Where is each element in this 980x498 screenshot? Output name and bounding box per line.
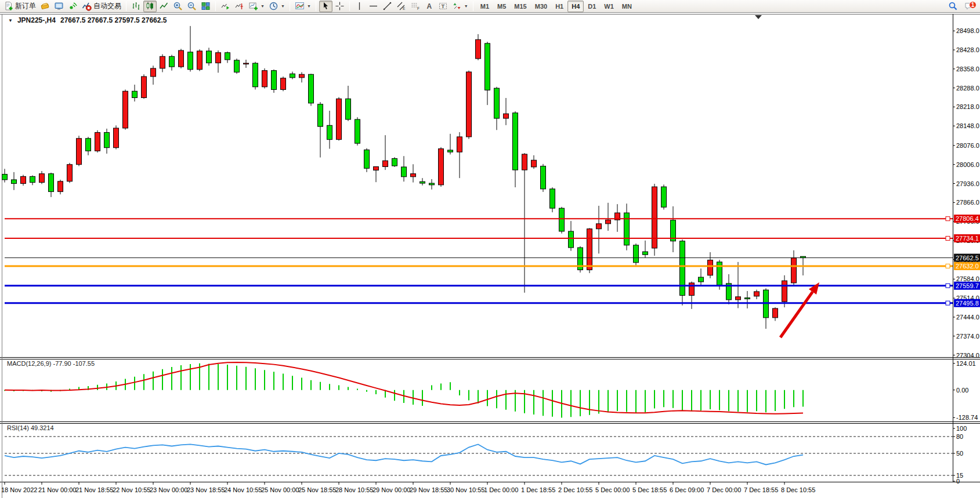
- chart-shift-button[interactable]: [233, 1, 246, 12]
- search-button[interactable]: [946, 1, 960, 12]
- candle-body[interactable]: [364, 150, 370, 168]
- candle-body[interactable]: [272, 71, 277, 90]
- equidistant-channel-tool-button[interactable]: E: [395, 1, 408, 12]
- candle-body[interactable]: [531, 160, 537, 167]
- candle-body[interactable]: [67, 165, 73, 181]
- candle-body[interactable]: [559, 208, 565, 231]
- candle-body[interactable]: [643, 252, 648, 255]
- tile-windows-button[interactable]: [199, 1, 212, 12]
- candle-body[interactable]: [680, 241, 685, 296]
- period-button[interactable]: ▼: [267, 1, 287, 12]
- candle-body[interactable]: [114, 128, 119, 148]
- candle-body[interactable]: [429, 183, 435, 185]
- candle-body[interactable]: [58, 181, 63, 192]
- candle-body[interactable]: [309, 74, 314, 103]
- candle-body[interactable]: [522, 154, 527, 170]
- candle-body[interactable]: [327, 125, 332, 139]
- timeframe-button-m15[interactable]: M15: [510, 1, 530, 12]
- candle-body[interactable]: [485, 43, 490, 90]
- cursor-tool-button[interactable]: [319, 1, 332, 12]
- candle-body[interactable]: [123, 91, 128, 128]
- market-watch-button[interactable]: [38, 1, 52, 12]
- timeframe-button-mn[interactable]: MN: [618, 1, 636, 12]
- candle-body[interactable]: [652, 187, 657, 248]
- line-anchor-marker[interactable]: [946, 217, 950, 221]
- line-anchor-marker[interactable]: [946, 264, 950, 268]
- candle-body[interactable]: [290, 74, 295, 78]
- chat-button[interactable]: 1: [962, 1, 976, 12]
- candle-body[interactable]: [569, 231, 574, 248]
- new-order-button[interactable]: 新订单: [2, 1, 38, 12]
- candle-body[interactable]: [160, 56, 165, 68]
- candle-body[interactable]: [736, 297, 741, 300]
- candle-body[interactable]: [476, 39, 481, 59]
- candle-body[interactable]: [207, 51, 212, 63]
- candle-body[interactable]: [299, 74, 305, 78]
- candle-body[interactable]: [439, 149, 444, 185]
- candle-body[interactable]: [179, 50, 184, 67]
- candle-body[interactable]: [337, 99, 342, 139]
- candle-body[interactable]: [550, 189, 555, 208]
- timeframe-button-m30[interactable]: M30: [531, 1, 551, 12]
- timeframe-button-h4[interactable]: H4: [567, 1, 584, 12]
- candle-body[interactable]: [355, 119, 360, 143]
- candle-body[interactable]: [142, 77, 147, 98]
- candle-body[interactable]: [49, 174, 54, 192]
- candle-body[interactable]: [541, 166, 546, 189]
- candle-body[interactable]: [234, 60, 240, 72]
- candle-body[interactable]: [39, 174, 45, 183]
- chart-candles-button[interactable]: [143, 1, 157, 12]
- line-anchor-marker[interactable]: [946, 301, 950, 305]
- indicators-button[interactable]: ▼: [293, 1, 313, 12]
- candle-body[interactable]: [587, 229, 592, 270]
- candle-body[interactable]: [2, 175, 8, 180]
- line-anchor-marker[interactable]: [946, 283, 950, 288]
- candle-body[interactable]: [197, 51, 202, 70]
- candle-body[interactable]: [188, 52, 193, 70]
- chart-canvas[interactable]: 28498.028428.028358.028288.028218.028148…: [0, 13, 980, 498]
- candle-body[interactable]: [374, 166, 379, 170]
- line-anchor-marker[interactable]: [946, 237, 950, 241]
- text-tool-button[interactable]: A: [422, 1, 436, 12]
- candle-body[interactable]: [504, 114, 509, 118]
- data-window-button[interactable]: [52, 1, 66, 12]
- timeframe-button-m5[interactable]: M5: [493, 1, 510, 12]
- candle-body[interactable]: [624, 213, 630, 245]
- candle-body[interactable]: [151, 68, 156, 77]
- candle-body[interactable]: [467, 72, 472, 137]
- chart-shift-marker[interactable]: [755, 15, 762, 19]
- candle-body[interactable]: [402, 167, 407, 177]
- candle-body[interactable]: [448, 150, 453, 152]
- vertical-line-tool-button[interactable]: [353, 1, 366, 12]
- candle-body[interactable]: [754, 292, 760, 296]
- candle-body[interactable]: [132, 91, 138, 97]
- candle-body[interactable]: [346, 99, 351, 119]
- symbol-dropdown-icon[interactable]: ▼: [8, 18, 13, 23]
- candle-body[interactable]: [12, 180, 17, 184]
- candle-body[interactable]: [420, 181, 425, 183]
- candle-body[interactable]: [262, 71, 267, 87]
- candle-body[interactable]: [699, 277, 704, 282]
- candle-body[interactable]: [708, 260, 713, 275]
- candle-body[interactable]: [383, 161, 388, 166]
- candle-body[interactable]: [661, 187, 667, 207]
- candle-body[interactable]: [634, 245, 639, 263]
- candle-body[interactable]: [30, 176, 35, 182]
- trendline-tool-button[interactable]: [381, 1, 394, 12]
- timeframe-button-d1[interactable]: D1: [584, 1, 600, 12]
- candle-body[interactable]: [392, 158, 397, 166]
- new-chart-button[interactable]: ▼: [247, 1, 266, 12]
- zoom-out-button[interactable]: [185, 1, 198, 12]
- zoom-in-button[interactable]: [171, 1, 185, 12]
- arrows-tool-button[interactable]: ▼: [450, 1, 470, 12]
- text-label-tool-button[interactable]: T: [436, 1, 450, 12]
- timeframe-button-h1[interactable]: H1: [551, 1, 567, 12]
- chart-line-button[interactable]: [157, 1, 171, 12]
- auto-scroll-button[interactable]: [219, 1, 232, 12]
- candle-body[interactable]: [689, 283, 695, 296]
- candle-body[interactable]: [411, 174, 416, 177]
- candle-body[interactable]: [225, 53, 230, 60]
- candle-body[interactable]: [216, 53, 221, 63]
- candle-body[interactable]: [494, 88, 500, 118]
- crosshair-tool-button[interactable]: [333, 1, 346, 12]
